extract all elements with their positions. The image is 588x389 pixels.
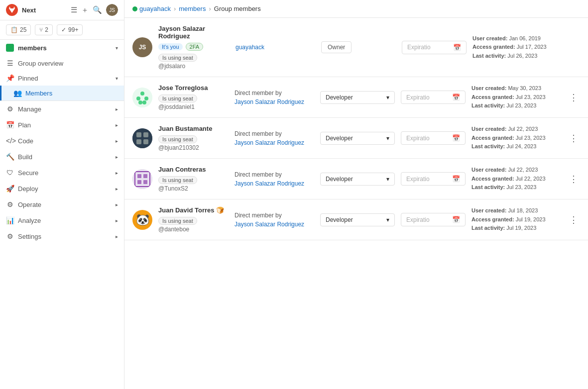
- sidebar-item-analyze[interactable]: 📊 Analyze ▸: [0, 212, 124, 228]
- svg-rect-10: [143, 139, 148, 144]
- created-label: User created:: [472, 35, 509, 41]
- access-date: Jul 19, 2023: [516, 216, 546, 222]
- activity-date: Jul 23, 2023: [506, 102, 536, 108]
- avatar: [132, 128, 152, 148]
- deploy-icon: 🚀: [6, 185, 14, 193]
- search-icon[interactable]: 🔍: [93, 5, 102, 14]
- sidebar-toggle-icon[interactable]: ☰: [71, 5, 77, 14]
- sidebar-item-secure[interactable]: 🛡 Secure ▸: [0, 165, 124, 181]
- sidebar-item-group-overview[interactable]: ☰ Group overview: [0, 56, 124, 71]
- badge-seat: Is using seat: [158, 95, 197, 102]
- expiry-input[interactable]: Expiratio 📅: [401, 213, 466, 226]
- sidebar-item-build[interactable]: 🔨 Build ▸: [0, 149, 124, 165]
- expiry-input[interactable]: Expiratio 📅: [401, 172, 466, 186]
- activity-date: Jul 19, 2023: [506, 225, 536, 231]
- sidebar-item-operate[interactable]: ⚙ Operate ▸: [0, 196, 124, 212]
- build-icon: 🔨: [6, 153, 14, 161]
- group-header[interactable]: members ▾: [0, 40, 124, 56]
- breadcrumb-section[interactable]: members: [179, 5, 206, 12]
- expiry-input[interactable]: Expiratio 📅: [401, 91, 466, 104]
- member-more-button[interactable]: ⋮: [567, 91, 580, 104]
- sidebar-item-plan[interactable]: 📅 Plan ▸: [0, 117, 124, 133]
- access-date: Jul 23, 2023: [516, 94, 546, 100]
- source-link[interactable]: Jayson Salazar Rodriguez: [235, 221, 304, 228]
- calendar-icon: 📅: [452, 175, 460, 183]
- svg-rect-16: [143, 180, 147, 184]
- deploy-chevron-icon: ▸: [116, 186, 118, 192]
- member-handle: @josddaniel1: [158, 103, 229, 110]
- issues-icon: 📋: [10, 26, 18, 33]
- member-more-button[interactable]: ⋮: [567, 132, 580, 145]
- sidebar-item-members[interactable]: 👥 Members: [0, 86, 124, 100]
- svg-rect-14: [143, 174, 147, 178]
- role-select[interactable]: Developer ▾: [320, 213, 395, 226]
- source-link[interactable]: Jayson Salazar Rodriguez: [235, 180, 304, 187]
- expiry-field: Expiratio 📅: [401, 213, 466, 226]
- member-more-button[interactable]: ⋮: [567, 173, 580, 186]
- expiry-input[interactable]: Expiratio 📅: [402, 41, 467, 54]
- pinned-icon: 📌: [6, 74, 14, 82]
- activity-label: Last activity:: [471, 102, 506, 108]
- svg-point-4: [138, 100, 142, 104]
- mr-count: 2: [45, 26, 48, 33]
- avatar: [132, 169, 152, 189]
- member-source: Direct member by Jayson Salazar Rodrigue…: [235, 211, 314, 229]
- member-meta: User created: Jul 22, 2023 Access grante…: [471, 125, 561, 151]
- svg-point-0: [132, 88, 152, 107]
- breadcrumb-current: Group members: [214, 5, 261, 12]
- breadcrumb-group-name: guayahack: [139, 5, 171, 12]
- svg-point-2: [136, 97, 140, 100]
- role-value: Developer: [326, 135, 353, 142]
- sidebar-item-label: Build: [18, 153, 32, 161]
- svg-rect-13: [137, 174, 141, 178]
- sidebar-manage-section: ⚙ Manage ▸ 📅 Plan ▸ </> Code ▸ 🔨 Build ▸…: [0, 100, 124, 244]
- sidebar-item-manage[interactable]: ⚙ Manage ▸: [0, 101, 124, 117]
- members-list: JS Jayson Salazar Rodriguez It's you 2FA…: [124, 18, 588, 389]
- issues-stat[interactable]: 📋 25: [6, 24, 31, 35]
- add-icon[interactable]: ＋: [81, 5, 89, 15]
- members-icon: 👥: [13, 89, 21, 97]
- member-actions: ⋮: [567, 173, 580, 186]
- analyze-icon: 📊: [6, 216, 14, 224]
- created-date: Jan 06, 2019: [509, 35, 541, 41]
- sidebar-item-pinned[interactable]: 📌 Pinned ▾: [0, 71, 124, 86]
- role-select[interactable]: Developer ▾: [320, 132, 395, 145]
- svg-rect-7: [136, 132, 141, 137]
- plan-icon: 📅: [6, 121, 14, 129]
- access-date: Jul 17, 2023: [517, 44, 547, 50]
- role-chevron-icon: ▾: [386, 94, 389, 101]
- member-source: Direct member by Jayson Salazar Rodrigue…: [235, 89, 314, 106]
- role-value: Developer: [326, 176, 353, 183]
- role-select[interactable]: Developer ▾: [320, 173, 395, 186]
- merge-requests-stat[interactable]: ⑂ 2: [35, 24, 53, 35]
- member-info: Jose Torreglosa Is using seat @josddanie…: [158, 84, 229, 110]
- member-handle: @danteboe: [158, 226, 229, 233]
- gitlab-logo[interactable]: [6, 4, 18, 16]
- member-more-button[interactable]: ⋮: [567, 213, 580, 226]
- member-handle: @TunoxS2: [158, 185, 229, 192]
- activity-label: Last activity:: [471, 184, 506, 190]
- breadcrumb-group[interactable]: guayahack: [132, 5, 171, 12]
- member-name-row: Jose Torreglosa Is using seat: [158, 84, 229, 102]
- badge-you: It's you: [158, 43, 183, 50]
- badge-seat: Is using seat: [158, 176, 197, 184]
- todos-stat[interactable]: ✓ 99+: [57, 24, 83, 35]
- member-name: Jayson Salazar Rodriguez: [158, 25, 230, 40]
- role-select[interactable]: Developer ▾: [320, 91, 395, 104]
- user-avatar[interactable]: JS: [106, 4, 118, 16]
- manage-chevron-icon: ▸: [116, 106, 118, 112]
- expiry-input[interactable]: Expiratio 📅: [401, 131, 466, 145]
- svg-point-5: [142, 100, 146, 104]
- sidebar-item-code[interactable]: </> Code ▸: [0, 133, 124, 149]
- sidebar-item-deploy[interactable]: 🚀 Deploy ▸: [0, 181, 124, 196]
- calendar-icon: 📅: [452, 216, 460, 223]
- member-source: Direct member by Jayson Salazar Rodrigue…: [235, 129, 314, 147]
- source-link[interactable]: Jayson Salazar Rodriguez: [235, 98, 304, 105]
- sidebar-item-settings[interactable]: ⚙ Settings ▸: [0, 228, 124, 244]
- source-link[interactable]: guayahack: [235, 44, 264, 51]
- sidebar-stats: 📋 25 ⑂ 2 ✓ 99+: [0, 20, 124, 40]
- source-link[interactable]: Jayson Salazar Rodriguez: [235, 139, 304, 146]
- svg-point-6: [132, 128, 152, 148]
- top-bar: Next ☰ ＋ 🔍 JS: [0, 0, 124, 20]
- top-icons: ☰ ＋ 🔍 JS: [71, 4, 118, 16]
